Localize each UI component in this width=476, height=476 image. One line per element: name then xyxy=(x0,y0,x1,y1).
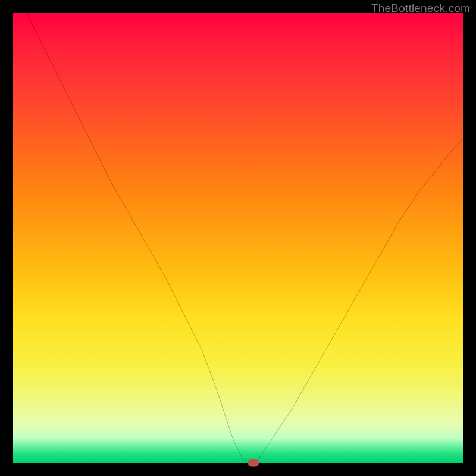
bottleneck-curve xyxy=(13,13,463,463)
optimal-point-marker xyxy=(248,459,259,467)
chart-frame: TheBottleneck.com xyxy=(0,0,476,476)
watermark-text: TheBottleneck.com xyxy=(371,2,470,15)
plot-area xyxy=(13,13,463,463)
